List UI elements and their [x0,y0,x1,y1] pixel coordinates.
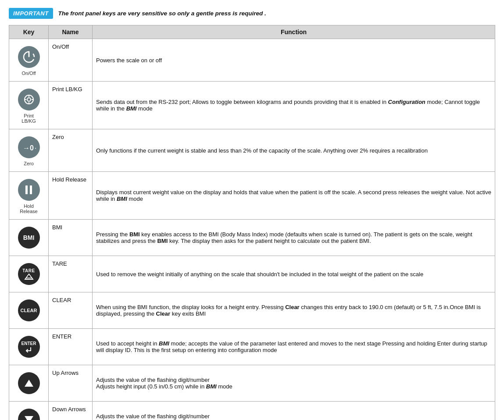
table-row-name-5: TARE [49,256,93,292]
table-row-key-1: Print LB/KG [9,82,49,129]
table-row-key-3: Hold Release [9,172,49,220]
table-row-name-3: Hold Release [49,172,93,220]
table-row-key-4: BMI [9,220,49,256]
table-row-name-9: Down Arrows [49,402,93,420]
svg-marker-11 [25,380,33,387]
key-functions-table: Key Name Function On/Off On/OffPowers th… [9,25,495,420]
important-text: The front panel keys are very sensitive … [58,10,266,17]
table-row-function-7: Used to accept height in BMI mode; accep… [93,329,495,365]
table-row-function-8: Adjusts the value of the flashing digit/… [93,365,495,402]
table-row-name-8: Up Arrows [49,365,93,402]
svg-text:→0←: →0← [23,144,36,152]
table-row-name-7: ENTER [49,329,93,365]
key-icon-down [18,409,40,420]
table-row-function-5: Used to remove the weight initially of a… [93,256,495,292]
col-name: Name [49,25,93,39]
table-row-key-5: TARE [9,256,49,292]
table-row-function-0: Powers the scale on or off [93,39,495,82]
table-row-function-6: When using the BMI function, the display… [93,292,495,329]
table-row-key-6: CLEAR [9,292,49,329]
key-icon-enter: ENTER [18,336,40,358]
key-label-power: On/Off [21,71,36,76]
table-row-function-4: Pressing the BMI key enables access to t… [93,220,495,256]
svg-marker-12 [25,416,33,420]
table-row-name-1: Print LB/KG [49,82,93,129]
key-icon-hold [18,179,40,201]
table-row-name-4: BMI [49,220,93,256]
table-row-key-9 [9,402,49,420]
key-icon-tare: TARE [18,263,40,285]
table-row-function-9: Adjusts the value of the flashing digit/… [93,402,495,420]
key-label-print: Print LB/KG [21,113,36,124]
key-icon-bmi: BMI [18,227,40,249]
key-label-zero: Zero [24,161,34,166]
table-row-name-2: Zero [49,129,93,172]
important-banner: IMPORTANT The front panel keys are very … [9,8,495,19]
important-label: IMPORTANT [9,8,53,19]
table-row-function-3: Displays most current weight value on th… [93,172,495,220]
table-row-function-2: Only functions if the current weight is … [93,129,495,172]
table-row-key-7: ENTER [9,329,49,365]
key-icon-zero: →0← [18,136,40,158]
key-icon-print [18,89,40,110]
table-row-key-2: →0← Zero [9,129,49,172]
key-icon-clear: CLEAR [18,299,40,321]
table-row-function-1: Sends data out from the RS-232 port; All… [93,82,495,129]
table-row-key-8 [9,365,49,402]
table-row-key-0: On/Off [9,39,49,82]
table-row-name-0: On/Off [49,39,93,82]
key-label-hold: Hold Release [20,203,37,214]
table-row-name-6: CLEAR [49,292,93,329]
col-key: Key [9,25,49,39]
key-icon-power [18,46,40,68]
svg-point-3 [27,98,31,101]
svg-marker-9 [25,274,33,279]
col-function: Function [93,25,495,39]
key-icon-up [18,372,40,394]
